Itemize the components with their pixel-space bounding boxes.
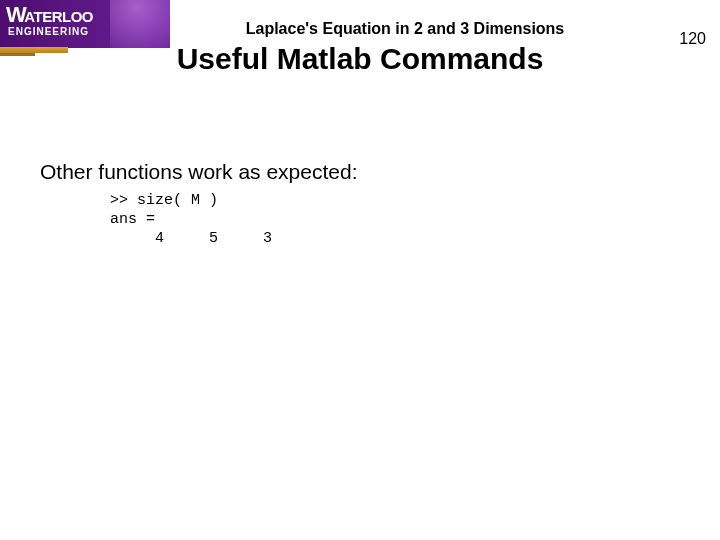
logo-wordmark: ATERLOO [24, 8, 93, 25]
slide-container: W ATERLOO ENGINEERING Laplace's Equation… [0, 0, 720, 540]
brand-banner: W ATERLOO ENGINEERING [0, 0, 170, 48]
body-lead-text: Other functions work as expected: [40, 160, 358, 184]
logo-subtext: ENGINEERING [8, 26, 93, 37]
gold-accent-bar-small [0, 53, 35, 56]
logo-big-w: W [6, 2, 25, 28]
code-line-1: >> size( M ) [110, 192, 218, 209]
matlab-code-block: >> size( M ) ans = 4 5 3 [110, 192, 272, 248]
logo-top-row: W ATERLOO [6, 2, 93, 28]
slide-title: Useful Matlab Commands [100, 42, 620, 76]
course-title: Laplace's Equation in 2 and 3 Dimensions [190, 20, 620, 38]
page-number: 120 [679, 30, 706, 48]
code-line-3: 4 5 3 [110, 230, 272, 247]
waterloo-logo: W ATERLOO ENGINEERING [6, 2, 93, 37]
code-line-2: ans = [110, 211, 155, 228]
